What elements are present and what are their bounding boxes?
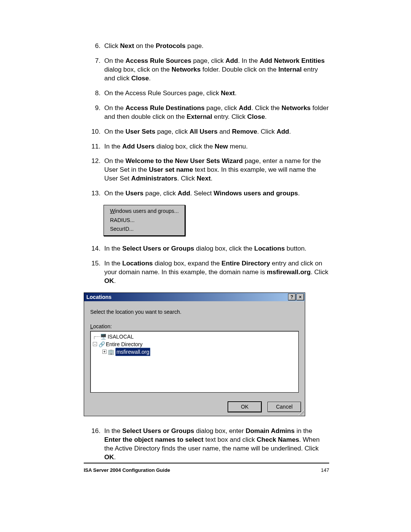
step-body: On the Users page, click Add. Select Win… (104, 189, 329, 198)
instruction-step: 13.On the Users page, click Add. Select … (84, 189, 329, 198)
dialog-body: Select the location you want to search. … (84, 301, 305, 396)
instruction-step: 14.In the Select Users or Groups dialog … (84, 244, 329, 253)
dialog-title: Locations (86, 294, 112, 300)
context-menu-screenshot: Windows users and groups... RADIUS... Se… (104, 205, 185, 236)
step-body: On the Access Rule Destinations page, cl… (104, 104, 329, 121)
instruction-step: 10.On the User Sets page, click All User… (84, 128, 329, 136)
menu-item-accel: W (110, 208, 115, 214)
instruction-step: 7.On the Access Rule Sources page, click… (84, 57, 329, 83)
expand-icon[interactable]: + (102, 350, 107, 354)
step-number: 8. (84, 89, 104, 98)
instruction-list-2: 14.In the Select Users or Groups dialog … (84, 244, 329, 286)
instruction-step: 8.On the Access Rule Sources page, click… (84, 89, 329, 98)
location-field-label: Location: (90, 323, 299, 329)
instruction-step: 15.In the Locations dialog box, expand t… (84, 259, 329, 286)
page-number: 147 (321, 467, 329, 473)
cancel-button[interactable]: Cancel (268, 402, 301, 412)
step-number: 14. (84, 244, 104, 253)
step-body: On the Welcome to the New User Sets Wiza… (104, 157, 329, 183)
tree-node-isalocal[interactable]: ┌┈┈ 🖥️ ISALOCAL (93, 333, 296, 340)
close-icon[interactable]: × (296, 294, 304, 300)
page-footer: ISA Server 2004 Configuration Guide 147 (84, 463, 329, 473)
step-body: In the Add Users dialog box, click the N… (104, 142, 329, 151)
instruction-list-1: 6.Click Next on the Protocols page.7.On … (84, 42, 329, 198)
locations-dialog: Locations ? × Select the location you wa… (84, 292, 305, 416)
step-number: 16. (84, 427, 104, 462)
ok-button[interactable]: OK (228, 402, 261, 412)
help-icon[interactable]: ? (288, 294, 296, 300)
step-body: In the Select Users or Groups dialog box… (104, 427, 329, 462)
instruction-step: 6.Click Next on the Protocols page. (84, 42, 329, 51)
resize-grip-icon[interactable] (299, 410, 304, 415)
instruction-step: 9.On the Access Rule Destinations page, … (84, 104, 329, 121)
step-body: In the Locations dialog box, expand the … (104, 259, 329, 286)
collapse-icon[interactable]: - (93, 342, 97, 346)
tree-node-entire-directory[interactable]: - 🔗 Entire Directory (93, 340, 296, 348)
menu-item-radius[interactable]: RADIUS... (104, 216, 185, 225)
menu-item-label: indows users and groups... (115, 208, 178, 214)
location-tree[interactable]: ┌┈┈ 🖥️ ISALOCAL - 🔗 Entire Directory + 🏢… (90, 331, 299, 393)
instruction-step: 12.On the Welcome to the New User Sets W… (84, 157, 329, 183)
step-number: 11. (84, 142, 104, 151)
step-body: Click Next on the Protocols page. (104, 42, 329, 51)
instruction-step: 11.In the Add Users dialog box, click th… (84, 142, 329, 151)
dialog-titlebar: Locations ? × (84, 293, 305, 301)
step-body: On the User Sets page, click All Users a… (104, 128, 329, 136)
document-page: 6.Click Next on the Protocols page.7.On … (0, 0, 411, 532)
step-number: 12. (84, 157, 104, 183)
step-number: 13. (84, 189, 104, 198)
step-number: 10. (84, 128, 104, 136)
menu-item-windows-users[interactable]: Windows users and groups... (104, 207, 185, 216)
computer-icon: 🖥️ (100, 333, 107, 340)
dialog-prompt: Select the location you want to search. (90, 309, 299, 315)
instruction-step: 16.In the Select Users or Groups dialog … (84, 427, 329, 462)
dialog-button-row: OK Cancel (84, 396, 305, 416)
menu-item-securid[interactable]: SecurID... (104, 225, 185, 234)
step-body: On the Access Rule Sources page, click A… (104, 57, 329, 83)
tree-node-msfirewall[interactable]: + 🏢 msfirewall.org (93, 348, 296, 356)
step-number: 6. (84, 42, 104, 51)
directory-icon: 🔗 (98, 340, 105, 348)
instruction-list-3: 16.In the Select Users or Groups dialog … (84, 427, 329, 462)
step-number: 7. (84, 57, 104, 83)
footer-title: ISA Server 2004 Configuration Guide (84, 467, 170, 473)
domain-icon: 🏢 (108, 348, 115, 356)
step-number: 15. (84, 259, 104, 286)
step-number: 9. (84, 104, 104, 121)
step-body: In the Select Users or Groups dialog box… (104, 244, 329, 253)
step-body: On the Access Rule Sources page, click N… (104, 89, 329, 98)
